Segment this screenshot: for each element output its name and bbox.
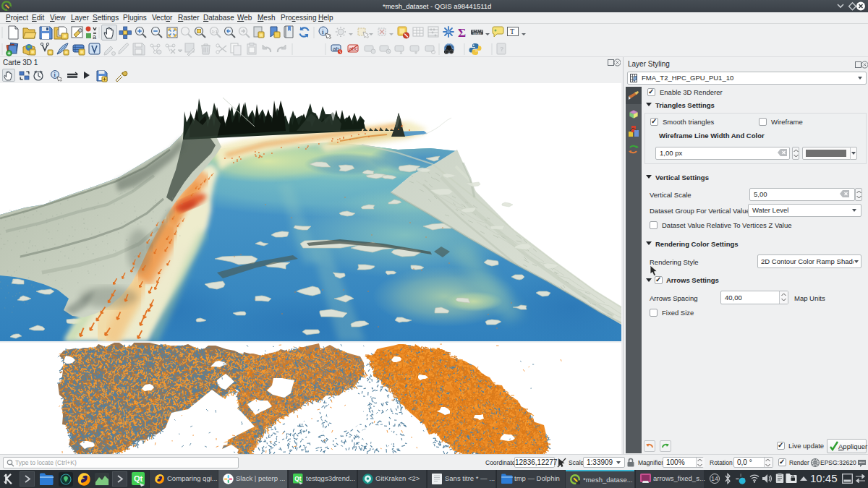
svg-text:T: T xyxy=(510,27,514,35)
svg-text:abc: abc xyxy=(349,46,358,52)
svg-text:Σ: Σ xyxy=(458,26,466,40)
svg-text:Qt: Qt xyxy=(134,474,143,483)
svg-text:?: ? xyxy=(500,46,504,53)
svg-text:MEAS: MEAS xyxy=(473,32,482,35)
svg-text:a: a xyxy=(93,33,96,40)
svg-text:Qt: Qt xyxy=(294,476,301,482)
svg-text:1:1: 1:1 xyxy=(211,30,218,34)
